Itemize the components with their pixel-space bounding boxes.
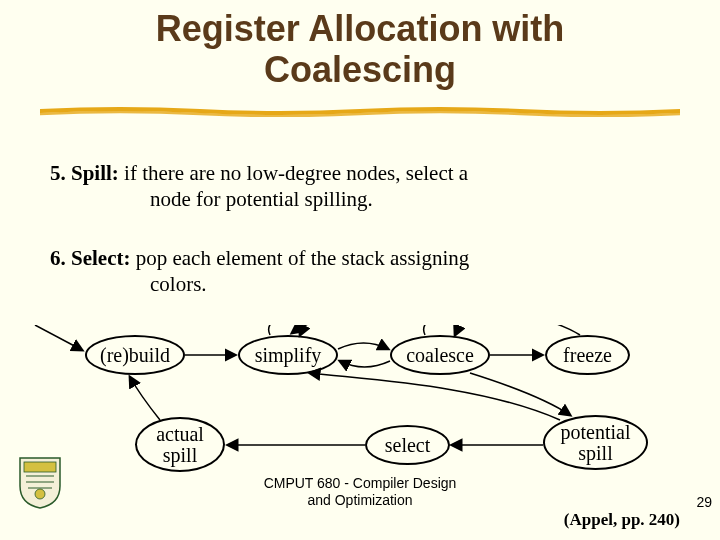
bullet-5-text-a: if there are no low-degree nodes, select… xyxy=(119,161,468,185)
footer-course-line1: CMPUT 680 - Compiler Design xyxy=(264,475,457,491)
node-potential-spill: potential spill xyxy=(543,415,648,470)
slide-title: Register Allocation with Coalescing xyxy=(0,0,720,91)
bullet-6-text-b: colors. xyxy=(50,271,670,297)
title-line-1: Register Allocation with xyxy=(156,8,565,49)
bullet-5-spill: 5. Spill: if there are no low-degree nod… xyxy=(50,160,670,213)
svg-rect-5 xyxy=(24,462,56,472)
footer-course-line2: and Optimization xyxy=(307,492,412,508)
bullet-6-select: 6. Select: pop each element of the stack… xyxy=(50,245,670,298)
svg-line-4 xyxy=(35,325,82,350)
node-freeze: freeze xyxy=(545,335,630,375)
bullet-6-label: 6. Select: xyxy=(50,246,130,270)
bullet-6-text-a: pop each element of the stack assigning xyxy=(130,246,469,270)
footer-course: CMPUT 680 - Compiler Design and Optimiza… xyxy=(0,475,720,509)
node-coalesce: coalesce xyxy=(390,335,490,375)
node-rebuild: (re)build xyxy=(85,335,185,375)
node-select: select xyxy=(365,425,450,465)
node-actual-spill: actual spill xyxy=(135,417,225,472)
title-underline xyxy=(40,105,680,117)
bullet-5-label: 5. Spill: xyxy=(50,161,119,185)
bullet-5-text-b: node for potential spilling. xyxy=(50,186,670,212)
citation: (Appel, pp. 240) xyxy=(564,510,680,530)
page-number: 29 xyxy=(696,494,712,510)
node-simplify: simplify xyxy=(238,335,338,375)
title-line-2: Coalescing xyxy=(264,49,456,90)
